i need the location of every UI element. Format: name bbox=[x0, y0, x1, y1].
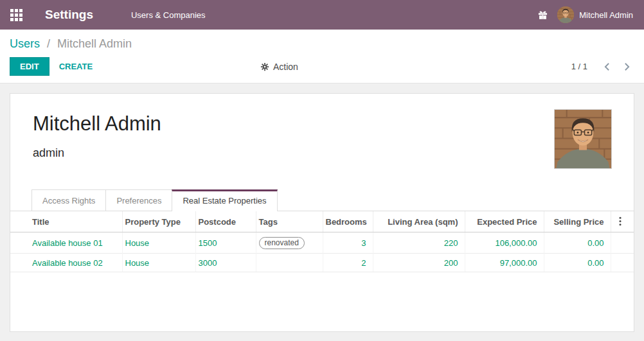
record-login: admin bbox=[33, 146, 611, 160]
app-title[interactable]: Settings bbox=[45, 8, 93, 22]
user-photo bbox=[554, 109, 612, 169]
tab-preferences[interactable]: Preferences bbox=[105, 189, 172, 211]
tab-real-estate-properties[interactable]: Real Estate Properties bbox=[172, 189, 277, 211]
cell-property-type: House bbox=[122, 232, 195, 254]
pager-previous-button[interactable] bbox=[602, 61, 613, 73]
cell-selling-price: 0.00 bbox=[544, 254, 611, 272]
pager: 1 / 1 bbox=[571, 61, 632, 73]
column-bedrooms[interactable]: Bedrooms bbox=[323, 211, 373, 232]
apps-grid-icon bbox=[10, 9, 22, 21]
gift-icon[interactable] bbox=[538, 10, 548, 20]
property-row[interactable]: Available house 01 House 1500 renovated … bbox=[10, 232, 634, 254]
button-row: EDIT CREATE Action 1 / 1 bbox=[10, 57, 634, 76]
chevron-right-icon bbox=[624, 62, 630, 71]
column-living-area[interactable]: Living Area (sqm) bbox=[373, 211, 465, 232]
cell-expected-price: 97,000.00 bbox=[465, 254, 544, 272]
column-property-type[interactable]: Property Type bbox=[122, 211, 195, 232]
control-panel: Users / Mitchell Admin EDIT CREATE Actio… bbox=[0, 30, 644, 83]
cell-selling-price: 0.00 bbox=[544, 232, 611, 254]
cell-living-area: 200 bbox=[373, 254, 465, 272]
record-name: Mitchell Admin bbox=[33, 112, 611, 136]
cell-property-type: House bbox=[122, 254, 195, 272]
top-navbar: Settings Users & Companies Mitchell Admi… bbox=[0, 0, 644, 30]
cell-title: Available house 02 bbox=[10, 254, 122, 272]
breadcrumb: Users / Mitchell Admin bbox=[10, 36, 634, 51]
pager-next-button[interactable] bbox=[622, 61, 632, 73]
action-menu-button[interactable]: Action bbox=[260, 62, 298, 72]
cell-title: Available house 01 bbox=[10, 232, 122, 254]
user-menu[interactable]: Mitchell Admin bbox=[579, 10, 633, 20]
chevron-left-icon bbox=[604, 62, 610, 71]
cell-bedrooms: 2 bbox=[323, 254, 373, 272]
apps-menu-button[interactable] bbox=[0, 9, 32, 21]
action-label: Action bbox=[273, 62, 298, 72]
tab-access-rights[interactable]: Access Rights bbox=[31, 189, 106, 211]
content-area: Mitchell Admin admin Access Rights Prefe… bbox=[0, 83, 644, 341]
optional-columns-button[interactable] bbox=[616, 216, 624, 227]
cell-bedrooms: 3 bbox=[323, 232, 373, 254]
topbar-right: Mitchell Admin bbox=[538, 6, 644, 23]
notebook-tabs: Access Rights Preferences Real Estate Pr… bbox=[10, 189, 634, 211]
edit-button[interactable]: EDIT bbox=[10, 57, 49, 76]
user-avatar[interactable] bbox=[557, 6, 574, 23]
property-row[interactable]: Available house 02 House 3000 2 200 97,0… bbox=[10, 254, 634, 272]
sheet-header: Mitchell Admin admin bbox=[10, 94, 634, 160]
column-postcode[interactable]: Postcode bbox=[195, 211, 256, 232]
cell-tags bbox=[256, 254, 323, 272]
vertical-dots-icon bbox=[619, 216, 622, 226]
gear-icon bbox=[260, 62, 269, 71]
user-form-sheet: Mitchell Admin admin Access Rights Prefe… bbox=[10, 93, 634, 332]
breadcrumb-separator: / bbox=[47, 37, 50, 50]
properties-list: Title Property Type Postcode Tags Bedroo… bbox=[10, 211, 634, 272]
column-expected-price[interactable]: Expected Price bbox=[465, 211, 544, 232]
cell-postcode: 1500 bbox=[195, 232, 256, 254]
menu-users-companies[interactable]: Users & Companies bbox=[131, 10, 206, 20]
list-header-row: Title Property Type Postcode Tags Bedroo… bbox=[10, 211, 634, 232]
cell-expected-price: 106,000.00 bbox=[465, 232, 544, 254]
column-title[interactable]: Title bbox=[10, 211, 122, 232]
breadcrumb-users-link[interactable]: Users bbox=[10, 37, 40, 50]
column-tags[interactable]: Tags bbox=[256, 211, 323, 232]
pager-value: 1 / 1 bbox=[571, 62, 587, 71]
cell-postcode: 3000 bbox=[195, 254, 256, 272]
cell-tags: renovated bbox=[256, 232, 323, 254]
tag-badge: renovated bbox=[259, 237, 305, 249]
create-button[interactable]: CREATE bbox=[59, 62, 93, 71]
breadcrumb-current: Mitchell Admin bbox=[57, 37, 132, 50]
column-selling-price[interactable]: Selling Price bbox=[544, 211, 611, 232]
cell-living-area: 220 bbox=[373, 232, 465, 254]
